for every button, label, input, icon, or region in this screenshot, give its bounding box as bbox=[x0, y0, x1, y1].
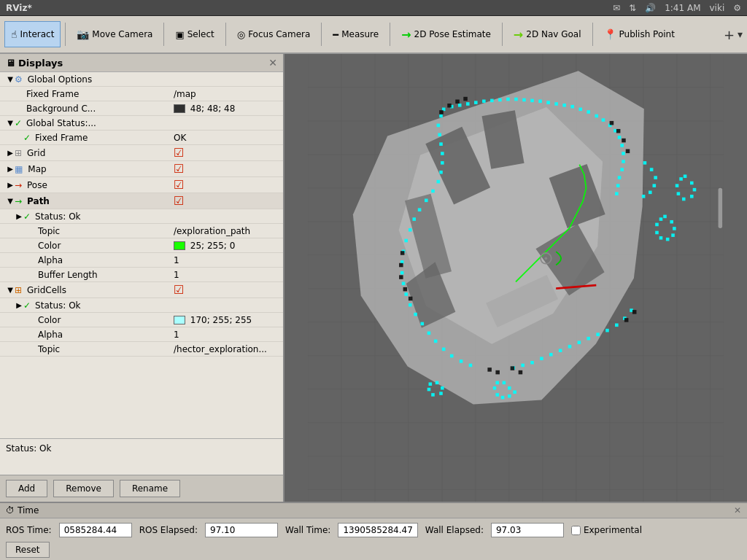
move-camera-label: Move Camera bbox=[92, 29, 152, 39]
svg-rect-66 bbox=[643, 161, 647, 165]
gc-alpha-row[interactable]: Alpha 1 bbox=[0, 327, 283, 342]
svg-rect-120 bbox=[493, 386, 497, 390]
visualization-canvas bbox=[285, 54, 747, 502]
path-checkbox[interactable]: ☑ bbox=[174, 194, 184, 208]
fixed-frame-row[interactable]: Fixed Frame /map bbox=[0, 87, 283, 101]
tree-panel: ▼ ⚙ Global Options Fixed Frame /map Back… bbox=[0, 72, 283, 438]
svg-rect-158 bbox=[399, 263, 403, 268]
close-time-icon[interactable]: ✕ bbox=[734, 505, 741, 516]
svg-rect-167 bbox=[719, 188, 723, 228]
svg-rect-37 bbox=[458, 104, 462, 107]
path-color-row[interactable]: Color 25; 255; 0 bbox=[0, 238, 283, 253]
wall-time-value: 1390585284.47 bbox=[338, 523, 417, 537]
ff-status-value: OK bbox=[171, 133, 280, 143]
2d-pose-button[interactable]: → 2D Pose Estimate bbox=[395, 21, 498, 47]
gc-alpha-value: 1 bbox=[171, 330, 280, 340]
svg-rect-156 bbox=[403, 287, 408, 292]
close-displays-icon[interactable]: ✕ bbox=[268, 57, 277, 69]
svg-rect-157 bbox=[399, 275, 403, 279]
expand-path-status-icon: ▶ bbox=[15, 212, 23, 220]
volume-icon: 🔊 bbox=[645, 3, 656, 13]
svg-rect-60 bbox=[622, 152, 625, 155]
global-options-row[interactable]: ▼ ⚙ Global Options bbox=[0, 72, 283, 87]
3d-view[interactable] bbox=[285, 54, 747, 502]
path-alpha-row[interactable]: Alpha 1 bbox=[0, 253, 283, 268]
svg-rect-59 bbox=[620, 144, 624, 147]
map-row[interactable]: ▶ ▦ Map ☑ bbox=[0, 161, 283, 177]
svg-rect-116 bbox=[513, 390, 516, 394]
separator-3 bbox=[225, 23, 226, 46]
svg-point-166 bbox=[545, 257, 548, 260]
reset-button[interactable]: Reset bbox=[6, 542, 50, 558]
expand-global-icon: ▼ bbox=[6, 75, 15, 83]
path-topic-row[interactable]: Topic /exploration_path bbox=[0, 224, 283, 238]
remove-button[interactable]: Remove bbox=[53, 480, 114, 497]
gridcells-checkbox[interactable]: ☑ bbox=[174, 283, 184, 297]
app-title: RViz* bbox=[6, 3, 32, 13]
measure-button[interactable]: ━ Measure bbox=[326, 21, 385, 47]
expand-pose-icon: ▶ bbox=[6, 181, 15, 189]
2d-nav-button[interactable]: → 2D Nav Goal bbox=[507, 21, 588, 47]
svg-rect-122 bbox=[436, 381, 439, 385]
separator-2 bbox=[163, 23, 164, 46]
svg-rect-125 bbox=[431, 393, 435, 397]
experimental-container: Experimental bbox=[571, 525, 642, 535]
select-icon: ▣ bbox=[175, 29, 184, 40]
panel-menu-icon[interactable]: ▾ bbox=[738, 28, 743, 40]
svg-rect-74 bbox=[615, 324, 619, 327]
gc-color-row[interactable]: Color 170; 255; 255 bbox=[0, 313, 283, 327]
publish-button[interactable]: 📍 Publish Point bbox=[597, 21, 681, 47]
svg-rect-149 bbox=[610, 121, 614, 125]
svg-rect-94 bbox=[409, 303, 412, 307]
ff-status-row[interactable]: ✓ Fixed Frame OK bbox=[0, 131, 283, 145]
pin-icon: 📍 bbox=[604, 28, 616, 40]
displays-header: 🖥 Displays ✕ bbox=[0, 54, 283, 72]
grid-row[interactable]: ▶ ⊞ Grid ☑ bbox=[0, 145, 283, 161]
pose-checkbox[interactable]: ☑ bbox=[174, 178, 184, 192]
svg-rect-113 bbox=[439, 114, 443, 118]
svg-rect-96 bbox=[402, 282, 406, 286]
gc-topic-row[interactable]: Topic /hector_exploration... bbox=[0, 342, 283, 357]
svg-rect-115 bbox=[508, 386, 511, 390]
gc-color-value: 170; 255; 255 bbox=[171, 315, 280, 325]
add-button[interactable]: Add bbox=[6, 480, 47, 497]
move-camera-button[interactable]: 📷 Move Camera bbox=[70, 21, 159, 47]
grid-checkbox[interactable]: ☑ bbox=[174, 146, 184, 160]
global-options-label: Global Options bbox=[25, 74, 280, 85]
ff-check-icon: ✓ bbox=[23, 133, 31, 143]
focus-camera-button[interactable]: ◎ Focus Camera bbox=[231, 21, 317, 47]
svg-rect-108 bbox=[441, 161, 444, 165]
background-color-label: Background C... bbox=[23, 104, 171, 114]
svg-rect-144 bbox=[679, 177, 683, 181]
pose-row[interactable]: ▶ → Pose ☑ bbox=[0, 177, 283, 193]
svg-rect-145 bbox=[439, 110, 444, 114]
map-checkbox[interactable]: ☑ bbox=[174, 162, 184, 176]
svg-rect-40 bbox=[482, 100, 486, 104]
path-buffer-row[interactable]: Buffer Length 1 bbox=[0, 268, 283, 282]
svg-rect-81 bbox=[549, 353, 553, 357]
svg-rect-135 bbox=[655, 223, 659, 227]
global-status-row[interactable]: ▼ ✓ Global Status:... bbox=[0, 116, 283, 131]
separator-7 bbox=[592, 23, 593, 46]
map-icon: ▦ bbox=[15, 164, 23, 174]
path-row[interactable]: ▼ → Path ☑ bbox=[0, 193, 283, 209]
gc-color-label: Color bbox=[35, 315, 171, 325]
status-text: Status: Ok bbox=[6, 443, 52, 454]
svg-rect-49 bbox=[554, 102, 558, 106]
svg-rect-43 bbox=[506, 98, 510, 101]
gc-status-row[interactable]: ▶ ✓ Status: Ok bbox=[0, 298, 283, 313]
select-button[interactable]: ▣ Select bbox=[169, 21, 220, 47]
interact-button[interactable]: ☝ Interact bbox=[4, 21, 61, 47]
rename-button[interactable]: Rename bbox=[120, 480, 180, 497]
svg-rect-104 bbox=[425, 199, 428, 203]
svg-rect-119 bbox=[495, 393, 499, 397]
svg-rect-75 bbox=[605, 329, 609, 332]
background-color-row[interactable]: Background C... 48; 48; 48 bbox=[0, 101, 283, 116]
path-status-row[interactable]: ▶ ✓ Status: Ok bbox=[0, 209, 283, 224]
add-panel-icon[interactable]: + bbox=[724, 27, 735, 42]
path-buffer-value: 1 bbox=[171, 270, 280, 280]
svg-rect-77 bbox=[587, 337, 590, 341]
settings-icon[interactable]: ⚙ bbox=[733, 3, 741, 13]
gridcells-row[interactable]: ▼ ⊞ GridCells ☑ bbox=[0, 282, 283, 298]
experimental-checkbox[interactable] bbox=[571, 526, 581, 535]
